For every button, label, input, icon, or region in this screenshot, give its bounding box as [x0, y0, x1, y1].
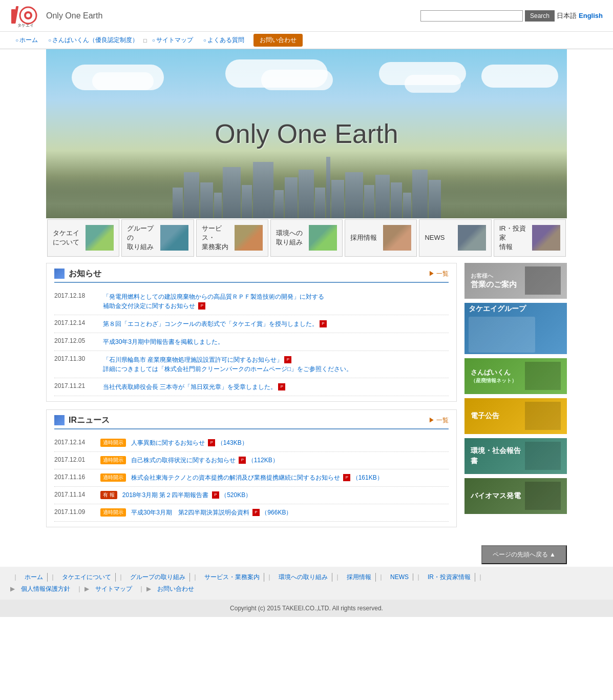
sidebar-sanpai-box[interactable]: さんぱいくん （産廃情報ネット）	[464, 358, 567, 394]
bottom-row2-sep: ▶	[10, 585, 15, 592]
sidebar-env-report-box[interactable]: 環境・社会報告書	[464, 438, 567, 474]
ir-more-link[interactable]: 一覧	[429, 416, 449, 425]
footer-link-recruit[interactable]: 採用情報	[343, 573, 376, 582]
sidebar: お客様へ 営業のご案内 タケエイグループ さんぱいくん （産廃情報ネット）	[464, 263, 567, 535]
footer-link-contact[interactable]: お問い合わせ	[153, 585, 198, 593]
nav-faq[interactable]: よくある質問	[198, 35, 249, 46]
pdf-icon: P	[208, 439, 215, 446]
footer-link-group[interactable]: グループの取り組み	[126, 573, 190, 582]
ir-item: 2017.12.01 適時開示 自己株式の取得状況に関するお知らせ P （112…	[54, 452, 449, 469]
bottom-nav-sep: ｜	[376, 573, 386, 582]
sidebar-dengshi-box[interactable]: 電子公告	[464, 398, 567, 434]
footer-link-service[interactable]: サービス・業務案内	[200, 573, 264, 582]
news-link[interactable]: 「発電用燃料としての建設廃棄物からの高品質ＲＰＦ製造技術の開発」に対する補助金交…	[103, 292, 324, 311]
ir-item: 2017.11.09 適時開示 平成30年3月期 第2四半期決算説明会資料 P …	[54, 504, 449, 522]
sidebar-sales-box[interactable]: お客様へ 営業のご案内	[464, 263, 567, 299]
hero-banner: Only One Earth	[46, 49, 567, 218]
nav-home[interactable]: ホーム	[10, 35, 43, 46]
news-link[interactable]: 平成30年3月期中間報告書を掲載しました。	[103, 337, 224, 346]
svg-text:タケエイ: タケエイ	[17, 23, 34, 27]
ir-badge-yuho: 有 報	[100, 491, 117, 499]
ir-date: 2017.12.01	[54, 456, 95, 463]
ir-link[interactable]: 平成30年3月期 第2四半期決算説明会資料 P （966KB）	[131, 508, 292, 517]
cat-item-recruit[interactable]: 採用情報	[345, 219, 417, 257]
sidebar-biomass[interactable]: バイオマス発電	[464, 478, 567, 514]
bottom-nav-sep: ｜	[332, 573, 343, 582]
header-right: Search 日本語 English	[420, 10, 603, 22]
footer-link-privacy[interactable]: 個人情報保護方針	[17, 585, 74, 593]
ir-date: 2017.11.14	[54, 491, 95, 498]
back-to-top-button[interactable]: ページの先頭へ戻る	[481, 545, 567, 564]
news-item: 2017.12.14 第８回「エコとわざ」コンクールの表彰式で「タケエイ賞」を授…	[54, 315, 449, 333]
bottom-nav-links: ｜ ホーム ｜ タケエイについて ｜ グループの取り組み ｜ サービス・業務案内…	[10, 573, 603, 582]
sidebar-dengshi[interactable]: 電子公告	[464, 398, 567, 434]
news-link[interactable]: 当社代表取締役会長 三本寺が「旭日双光章」を受章しました。P	[103, 382, 285, 392]
nav-contact[interactable]: お問い合わせ	[253, 34, 303, 47]
news-title: お知らせ	[54, 269, 101, 279]
sidebar-sales[interactable]: お客様へ 営業のご案内	[464, 263, 567, 299]
news-link[interactable]: 第８回「エコとわざ」コンクールの表彰式で「タケエイ賞」を授与しました。P	[103, 319, 327, 328]
cat-item-ir[interactable]: IR・投資家情報	[494, 219, 566, 257]
cat-item-group[interactable]: グループの取り組み	[121, 219, 194, 257]
ir-link[interactable]: 自己株式の取得状況に関するお知らせ P （112KB）	[131, 456, 279, 465]
footer-link-env[interactable]: 環境への取り組み	[274, 573, 332, 582]
cat-item-about[interactable]: タケエイについて	[47, 219, 119, 257]
cat-label-news: NEWS	[425, 233, 445, 242]
ir-badge: 適時開示	[100, 508, 126, 517]
cat-thumb-group	[160, 225, 188, 251]
pdf-icon: P	[278, 383, 285, 390]
news-icon	[54, 269, 65, 279]
sidebar-biomass-box[interactable]: バイオマス発電	[464, 478, 567, 514]
news-date: 2017.11.21	[54, 382, 95, 389]
cat-item-service[interactable]: サービス・業務案内	[196, 219, 268, 257]
nav-sanpaikun[interactable]: さんぱいくん（優良認定制度）	[43, 35, 143, 46]
ir-date: 2017.12.14	[54, 439, 95, 446]
search-button[interactable]: Search	[525, 10, 555, 22]
cat-item-env[interactable]: 環境への取り組み	[270, 219, 343, 257]
bottom-nav-sep: ｜	[10, 573, 20, 582]
cat-label-service: サービス・業務案内	[202, 224, 235, 252]
sidebar-group[interactable]: タケエイグループ	[464, 303, 567, 354]
cat-thumb-env	[309, 225, 337, 251]
nav-sitemap[interactable]: サイトマップ	[147, 35, 198, 46]
sidebar-dengshi-label: 電子公告	[471, 411, 499, 421]
footer-link-sitemap[interactable]: サイトマップ	[91, 585, 136, 593]
footer-link-ir[interactable]: IR・投資家情報	[424, 573, 475, 582]
buildings	[46, 157, 567, 218]
ir-title: IRニュース	[54, 415, 110, 426]
sidebar-sales-main: 営業のご案内	[471, 280, 517, 290]
ir-badge: 適時開示	[100, 473, 126, 482]
lang-ja-link[interactable]: 日本語	[557, 11, 577, 20]
sidebar-biomass-thumb	[525, 482, 561, 510]
pdf-icon: P	[343, 474, 350, 481]
cat-label-ir: IR・投資家情報	[499, 224, 532, 252]
search-input[interactable]	[420, 10, 523, 22]
footer-link-home[interactable]: ホーム	[20, 573, 48, 582]
cat-label-about: タケエイについて	[53, 229, 79, 247]
ir-title-text: IRニュース	[69, 415, 110, 426]
sidebar-sanpai[interactable]: さんぱいくん （産廃情報ネット）	[464, 358, 567, 394]
sidebar-env-report[interactable]: 環境・社会報告書	[464, 438, 567, 474]
bottom-nav-row2: ▶ 個人情報保護方針 ｜ ▶ サイトマップ ｜ ▶ お問い合わせ	[10, 585, 603, 593]
cat-item-news[interactable]: NEWS	[419, 219, 491, 257]
news-section: お知らせ 一覧 2017.12.18 「発電用燃料としての建設廃棄物からの高品質…	[46, 263, 457, 402]
sidebar-group-box[interactable]: タケエイグループ	[464, 303, 567, 354]
copyright: Copyright (c) 2015 TAKEEI.CO.,LTD. All r…	[0, 600, 613, 617]
ir-link[interactable]: 2018年3月期 第２四半期報告書 P （520KB）	[122, 491, 251, 500]
news-link[interactable]: 「石川県輪島市 産業廃棄物処理施設設置許可に関するお知らせ」P詳細につきましては…	[103, 355, 352, 374]
sidebar-group-content: タケエイグループ	[469, 304, 563, 353]
footer-link-news[interactable]: NEWS	[386, 573, 413, 581]
bottom-nav-sep: ｜	[413, 573, 424, 582]
sidebar-sanpai-main: さんぱいくん	[471, 368, 517, 377]
footer-link-about[interactable]: タケエイについて	[58, 573, 116, 582]
sidebar-sales-label: お客様へ 営業のご案内	[471, 272, 517, 290]
news-more-link[interactable]: 一覧	[429, 270, 449, 278]
bottom-nav: ｜ ホーム ｜ タケエイについて ｜ グループの取り組み ｜ サービス・業務案内…	[0, 567, 613, 600]
lang-en-link[interactable]: English	[579, 12, 603, 19]
cat-thumb-about	[86, 225, 114, 251]
search-area: Search 日本語 English	[420, 10, 603, 22]
ir-link[interactable]: 株式会社東海テクノとの資本提携の解消及び業務提携継続に関するお知らせ P （16…	[131, 473, 383, 482]
sidebar-dengshi-thumb	[525, 402, 561, 430]
bottom-nav-sep: ｜	[48, 573, 58, 582]
ir-link[interactable]: 人事異動に関するお知らせ P （143KB）	[131, 439, 248, 447]
